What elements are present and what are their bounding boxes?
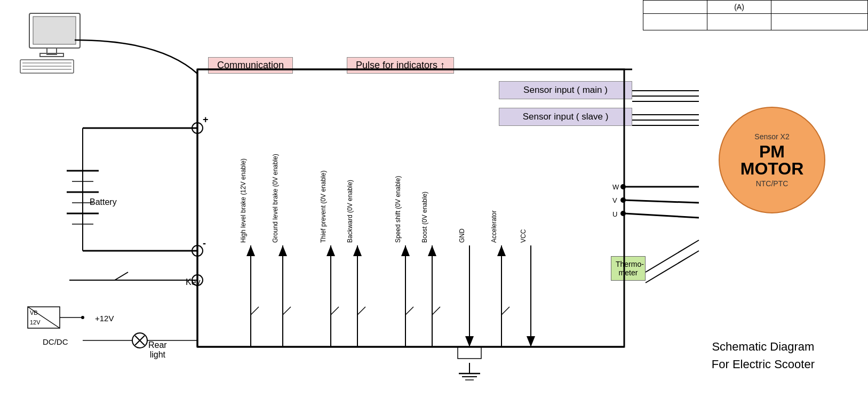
svg-text:Ground level brake (0V enable): Ground level brake (0V enable) [272, 154, 279, 243]
svg-text:12V: 12V [30, 319, 41, 325]
svg-marker-58 [527, 336, 535, 347]
schematic-text: Schematic Diagram For Electric Scooter [712, 338, 815, 373]
svg-text:U: U [612, 210, 617, 218]
svg-marker-46 [327, 245, 335, 256]
svg-rect-4 [20, 60, 74, 73]
communication-label: Communication [217, 60, 284, 70]
key-label: Key [186, 277, 201, 287]
schematic-line2: For Electric Scooter [712, 355, 815, 373]
svg-text:Boost (0V enable): Boost (0V enable) [421, 192, 428, 243]
schematic-line1: Schematic Diagram [712, 338, 815, 355]
svg-text:GND: GND [458, 228, 466, 243]
sensor-x2-label: Sensor X2 [754, 132, 789, 141]
thermometer-box: Thermo-meter [611, 256, 646, 281]
ntc-label: NTC/PTC [756, 179, 789, 188]
table-cell-empty4 [707, 14, 771, 30]
svg-line-91 [432, 307, 440, 315]
table-cell-a: (A) [707, 1, 771, 13]
svg-text:VCC: VCC [520, 229, 527, 243]
svg-rect-75 [28, 307, 60, 328]
svg-text:Speed shift (0V enable): Speed shift (0V enable) [394, 176, 402, 243]
svg-text:High level brake (12V enable): High level brake (12V enable) [240, 158, 247, 243]
computer-icon [20, 13, 197, 74]
top-right-table: (A) [643, 0, 868, 30]
svg-text:V: V [612, 196, 617, 204]
communication-box: Communication [208, 57, 293, 74]
table-cell-empty3 [643, 14, 707, 30]
svg-line-88 [331, 307, 339, 315]
svg-line-38 [115, 272, 128, 280]
svg-point-81 [132, 333, 147, 348]
svg-line-89 [357, 307, 365, 315]
svg-line-66 [624, 213, 699, 218]
plus12v-label: +12V [95, 314, 114, 323]
motor-circle: Sensor X2 PM MOTOR NTC/PTC [719, 107, 825, 213]
sensor-slave-label: Sensor input ( slave ) [523, 112, 609, 122]
svg-point-31 [192, 123, 203, 133]
svg-line-92 [501, 307, 509, 315]
svg-point-33 [192, 245, 203, 256]
svg-marker-50 [401, 245, 410, 256]
svg-line-74 [646, 251, 699, 283]
svg-marker-42 [246, 245, 255, 256]
svg-rect-3 [40, 53, 63, 57]
table-cell-empty1 [643, 1, 707, 13]
svg-line-73 [646, 240, 699, 272]
table-cell-empty2 [771, 1, 867, 13]
svg-line-82 [135, 336, 145, 345]
pm-label: PM [759, 143, 785, 160]
svg-marker-56 [497, 245, 506, 256]
svg-point-70 [620, 184, 626, 189]
battery-label: Battery [90, 197, 117, 207]
svg-text:Thief prevent (0V enable): Thief prevent (0V enable) [320, 171, 327, 243]
svg-text:+: + [203, 114, 209, 125]
svg-text:-: - [203, 238, 206, 249]
dcdc-label: DC/DC [43, 337, 68, 346]
svg-line-83 [135, 336, 145, 345]
svg-marker-48 [353, 245, 362, 256]
svg-line-65 [624, 200, 699, 203]
svg-rect-0 [29, 13, 80, 48]
motor-label: MOTOR [740, 160, 804, 177]
sensor-main-label: Sensor input ( main ) [523, 85, 608, 95]
rear-light-label: Rearlight [148, 340, 167, 360]
svg-point-71 [620, 197, 626, 203]
svg-text:VB: VB [30, 309, 38, 316]
svg-line-90 [405, 307, 413, 315]
diagram-container: (A) Communication Pulse for indicators ↑… [0, 0, 868, 405]
svg-rect-63 [458, 347, 481, 359]
sensor-main-box: Sensor input ( main ) [499, 81, 632, 99]
svg-rect-2 [47, 48, 57, 54]
svg-text:Accelerator: Accelerator [490, 210, 498, 243]
pulse-label: Pulse for indicators ↑ [356, 60, 445, 70]
svg-marker-54 [465, 336, 474, 347]
svg-line-76 [28, 307, 60, 328]
svg-text:Backward (0V enable): Backward (0V enable) [346, 180, 354, 243]
svg-point-72 [620, 211, 626, 216]
table-cell-empty5 [771, 14, 867, 30]
pulse-box: Pulse for indicators ↑ [347, 57, 454, 74]
thermometer-label: Thermo-meter [616, 260, 644, 277]
svg-line-87 [283, 307, 291, 315]
svg-text:W: W [612, 183, 619, 191]
svg-rect-1 [33, 17, 76, 44]
svg-marker-52 [428, 245, 436, 256]
sensor-slave-box: Sensor input ( slave ) [499, 108, 632, 126]
svg-marker-44 [278, 245, 287, 256]
svg-line-86 [251, 307, 259, 315]
svg-point-80 [81, 316, 84, 319]
